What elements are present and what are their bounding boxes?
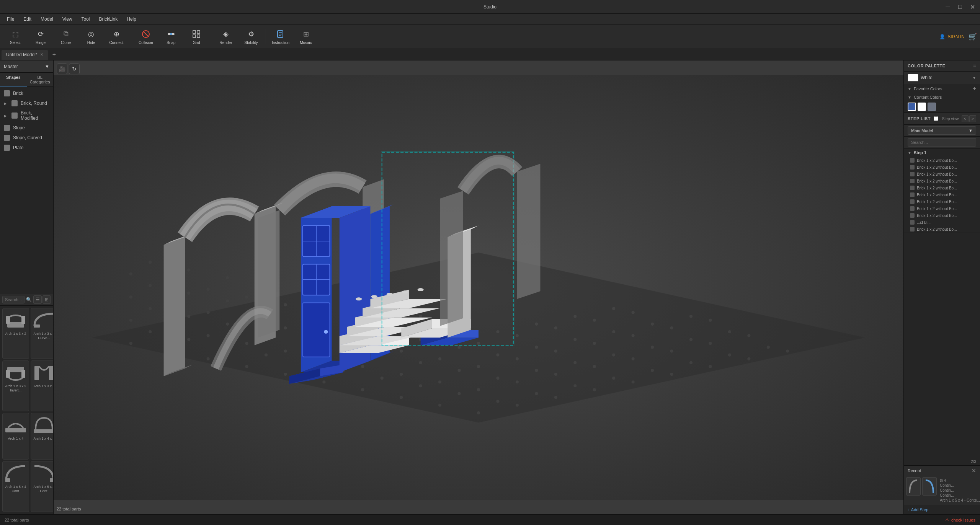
sign-in-button[interactable]: 👤 SIGN IN <box>939 34 965 39</box>
snap-tool-button[interactable]: Snap <box>159 26 183 47</box>
svg-point-195 <box>371 295 377 298</box>
part-arch-1x3x3[interactable]: Arch 1 x 3 x 3 <box>31 360 53 411</box>
menu-item-help[interactable]: Help <box>123 16 140 23</box>
step-item[interactable]: Brick 1 x 2 without Bo... <box>904 198 980 205</box>
shape-item-plate[interactable]: Plate <box>0 143 53 153</box>
part-arch-1x4[interactable]: Arch 1 x 4 <box>2 413 29 460</box>
camera-control-button[interactable]: 🎥 <box>57 64 67 74</box>
step-item[interactable]: ...ct Bi... <box>904 219 980 226</box>
instruction-tool-button[interactable]: Instruction <box>268 26 293 47</box>
instruction-tool-label: Instruction <box>272 41 289 45</box>
shape-item-brick-round[interactable]: ▶ Brick, Round <box>0 98 53 108</box>
step-nav-prev-button[interactable]: < <box>962 115 969 122</box>
color-selector[interactable]: White ▼ <box>904 72 980 84</box>
step-item[interactable]: Brick 1 x 2 without Bo... <box>904 164 980 171</box>
favorite-colors-section[interactable]: ▼ Favorite Colors + <box>904 84 980 93</box>
maximize-button[interactable]: □ <box>956 3 964 10</box>
rotate-control-button[interactable]: ↻ <box>69 64 80 74</box>
part-arch-1x3x2[interactable]: Arch 1 x 3 x 2 <box>2 308 29 359</box>
svg-point-124 <box>689 315 693 318</box>
menu-item-edit[interactable]: Edit <box>20 16 35 23</box>
mosaic-tool-label: Mosaic <box>300 41 312 45</box>
svg-point-88 <box>535 369 538 372</box>
shapes-tab[interactable]: Shapes <box>0 73 27 86</box>
model-select-dropdown[interactable]: Main Model ▼ <box>908 126 976 135</box>
svg-point-90 <box>612 354 615 357</box>
render-tool-button[interactable]: ◈ Render <box>214 26 238 47</box>
mosaic-tool-button[interactable]: ⊞ Mosaic <box>294 26 318 47</box>
tab-close-button[interactable]: ✕ <box>40 52 43 57</box>
part-arch-1x5x4-2[interactable]: Arch 1 x 5 x 4 - Cont... <box>31 461 53 512</box>
step-item[interactable]: Brick 1 x 2 without Bo... <box>904 157 980 164</box>
grid-tool-button[interactable]: Grid <box>184 26 209 47</box>
svg-point-41 <box>709 365 712 368</box>
part-name: Arch 1 x 4 x 2 <box>33 437 53 441</box>
color-palette-filter-button[interactable]: ≡ <box>973 63 976 69</box>
shape-item-brick-modified[interactable]: ▶ Brick, Modified <box>0 108 53 123</box>
step-item[interactable]: Brick 1 x 2 without Bo... <box>904 178 980 184</box>
cart-icon[interactable]: 🛒 <box>969 33 977 41</box>
swatch-white[interactable] <box>918 103 926 111</box>
svg-point-122 <box>612 330 615 333</box>
step-item[interactable]: Brick 1 x 2 without Bo... <box>904 171 980 178</box>
menu-item-file[interactable]: File <box>3 16 18 23</box>
step-item[interactable]: Brick 1 x 2 without Bo... <box>904 212 980 219</box>
render-icon: ◈ <box>220 29 231 39</box>
part-arch-1x5x4-1[interactable]: Arch 1 x 5 x 4 - Cont... <box>2 461 29 512</box>
collision-tool-button[interactable]: Collision <box>134 26 158 47</box>
hide-tool-button[interactable]: ◎ Hide <box>79 26 103 47</box>
svg-point-61 <box>129 319 132 322</box>
swatch-blue[interactable] <box>908 103 916 111</box>
search-input[interactable] <box>2 296 24 303</box>
shape-item-brick[interactable]: Brick <box>0 88 53 98</box>
shape-item-slope-curved[interactable]: Slope, Curved <box>0 133 53 143</box>
app-title: Studio <box>483 4 497 10</box>
step-view-checkbox[interactable] <box>934 116 938 121</box>
svg-rect-23 <box>5 478 10 482</box>
step-nav-next-button[interactable]: > <box>969 115 976 122</box>
svg-point-68 <box>400 373 403 376</box>
step-search-input[interactable] <box>908 138 976 147</box>
clone-tool-button[interactable]: ⧉ Clone <box>54 26 78 47</box>
master-dropdown[interactable]: Master ▼ <box>0 60 53 73</box>
tab-untitled-model[interactable]: Untitled Model* ✕ <box>2 50 48 60</box>
recent-item-2[interactable] <box>922 477 937 504</box>
hinge-tool-button[interactable]: ⟳ Hinge <box>28 26 53 47</box>
grid-view-button[interactable]: ⊞ <box>42 295 51 304</box>
viewport[interactable]: 🎥 ↻ <box>54 60 903 514</box>
plate-icon <box>4 145 10 151</box>
menu-item-bricklink[interactable]: BrickLink <box>95 16 122 23</box>
step-item[interactable]: Brick 1 x 2 without Bo... <box>904 191 980 198</box>
step-group-header-1[interactable]: ▼ Step 1 <box>904 148 980 157</box>
search-button[interactable]: 🔍 <box>26 297 32 302</box>
bl-categories-tab[interactable]: BL Categories <box>27 73 54 86</box>
part-arch-1x4x2[interactable]: Arch 1 x 4 x 2 <box>31 413 53 460</box>
minimize-button[interactable]: ─ <box>944 3 952 10</box>
step-item[interactable]: Brick 1 x 2 without Bo... <box>904 184 980 191</box>
connect-tool-button[interactable]: ⊕ Connect <box>104 26 129 47</box>
tab-add-button[interactable]: + <box>49 50 59 59</box>
part-arch-1x3x2-curve[interactable]: Arch 1 x 3 x 2 Curve... <box>31 308 53 359</box>
menu-item-model[interactable]: Model <box>37 16 57 23</box>
recent-close-button[interactable]: ✕ <box>972 468 976 474</box>
menu-item-view[interactable]: View <box>59 16 76 23</box>
close-button[interactable]: ✕ <box>969 3 976 10</box>
add-step-button[interactable]: + Add Step <box>904 505 980 514</box>
add-favorite-button[interactable]: + <box>973 86 976 92</box>
stability-tool-button[interactable]: ⚙ Stability <box>239 26 263 47</box>
swatch-gray[interactable] <box>928 103 936 111</box>
part-arch-1x3x2-invert[interactable]: Arch 1 x 3 x 2 Invert... <box>2 360 29 411</box>
content-colors-section[interactable]: ▼ Content Colors <box>904 93 980 101</box>
svg-point-54 <box>535 392 538 395</box>
step-item[interactable]: Brick 1 x 2 without Bo... <box>904 205 980 212</box>
tab-label: Untitled Model* <box>6 52 37 57</box>
svg-point-121 <box>573 338 577 341</box>
select-tool-button[interactable]: ⬚ Select <box>3 26 28 47</box>
recent-item-1[interactable] <box>906 477 921 504</box>
list-view-button[interactable]: ☰ <box>33 295 42 304</box>
step-item[interactable]: Brick 1 x 2 without Bo... <box>904 226 980 233</box>
menu-item-tool[interactable]: Tool <box>78 16 94 23</box>
shape-item-slope[interactable]: Slope <box>0 123 53 133</box>
svg-point-28 <box>207 357 210 360</box>
check-issues-button[interactable]: ⚠ check issues <box>945 517 975 522</box>
